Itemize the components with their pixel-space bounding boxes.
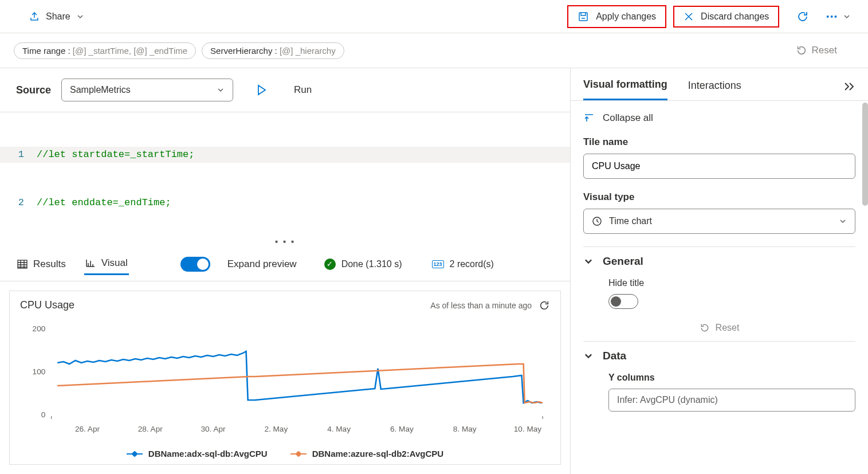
records-text: 2 record(s) xyxy=(450,259,494,269)
table-icon xyxy=(17,260,28,269)
discard-label: Discard changes xyxy=(701,11,769,22)
legend-label-a: DBName:adx-sql-db:AvgCPU xyxy=(148,449,268,459)
tab-results[interactable]: Results xyxy=(16,254,67,275)
line-chart[interactable]: 0 100 200 26. Apr 28. Apr 30. Apr 2. May… xyxy=(15,317,555,443)
source-select[interactable]: SampleMetrics xyxy=(61,79,233,101)
hide-title-label: Hide title xyxy=(608,278,855,288)
reset-label: Reset xyxy=(812,45,837,56)
chevron-down-icon xyxy=(76,13,84,21)
query-status: ✓ Done (1.310 s) xyxy=(324,258,402,270)
section-general[interactable]: General xyxy=(583,246,855,276)
svg-text:26. Apr: 26. Apr xyxy=(75,425,100,433)
legend-item[interactable]: DBName:adx-sql-db:AvgCPU xyxy=(127,449,268,459)
pill-key: ServerHierarchy : xyxy=(210,46,277,56)
clock-icon xyxy=(592,216,602,226)
collapse-all-button[interactable]: Collapse all xyxy=(583,112,855,124)
reset-icon xyxy=(796,45,807,56)
check-icon: ✓ xyxy=(324,258,336,270)
svg-text:100: 100 xyxy=(33,367,46,376)
save-icon xyxy=(578,11,589,22)
play-icon xyxy=(256,84,266,96)
svg-text:10. May: 10. May xyxy=(514,425,542,433)
refresh-icon xyxy=(796,10,809,23)
expand-pane-button[interactable] xyxy=(843,81,855,97)
ellipsis-icon: ••• xyxy=(826,12,838,21)
run-button[interactable]: Run xyxy=(256,84,312,96)
records-badge-icon: 123 xyxy=(432,260,444,268)
chart-asof: As of less than a minute ago xyxy=(430,301,532,310)
double-chevron-right-icon xyxy=(843,81,855,92)
visual-type-value: Time chart xyxy=(609,216,832,226)
pill-value: [@] _hierarchy xyxy=(280,46,336,56)
tab-visual[interactable]: Visual xyxy=(84,253,129,275)
chart-title: CPU Usage xyxy=(20,299,74,311)
discard-changes-button[interactable]: Discard changes xyxy=(673,6,779,28)
chart-refresh-button[interactable] xyxy=(539,300,550,311)
chevron-down-icon xyxy=(839,217,847,225)
svg-text:2. May: 2. May xyxy=(264,425,288,433)
pane-resize-handle[interactable]: • • • xyxy=(0,237,570,247)
chevron-down-icon xyxy=(583,256,594,267)
chart-tile: CPU Usage As of less than a minute ago 0… xyxy=(9,291,561,465)
collapse-icon xyxy=(583,113,595,123)
legend-label-b: DBName:azure-sql-db2:AvgCPU xyxy=(312,449,443,459)
legend-item[interactable]: DBName:azure-sql-db2:AvgCPU xyxy=(290,449,443,459)
legend-marker-b xyxy=(290,453,307,455)
apply-changes-button[interactable]: Apply changes xyxy=(567,5,666,28)
refresh-button[interactable] xyxy=(793,7,812,26)
share-icon xyxy=(29,11,40,22)
chevron-down-icon xyxy=(583,351,594,361)
svg-text:30. Apr: 30. Apr xyxy=(201,425,226,433)
section-reset-button[interactable]: Reset xyxy=(608,323,855,333)
chart-icon xyxy=(85,258,96,268)
ycolumns-label: Y columns xyxy=(608,373,855,383)
svg-text:8. May: 8. May xyxy=(453,425,477,433)
svg-text:6. May: 6. May xyxy=(390,425,414,433)
reset-label: Reset xyxy=(716,323,740,333)
expand-label: Expand preview xyxy=(227,258,297,270)
record-count: 123 2 record(s) xyxy=(432,259,494,269)
general-title: General xyxy=(603,255,643,268)
chevron-down-icon xyxy=(217,86,225,94)
close-icon xyxy=(684,11,694,22)
svg-text:0: 0 xyxy=(41,410,46,419)
pill-key: Time range : xyxy=(22,46,70,56)
done-text: Done (1.310 s) xyxy=(341,259,402,269)
refresh-icon xyxy=(539,300,550,311)
tile-name-input[interactable] xyxy=(583,154,855,179)
share-button[interactable]: Share xyxy=(23,7,90,26)
share-label: Share xyxy=(46,11,70,22)
visual-type-label: Visual type xyxy=(583,191,855,203)
svg-text:4. May: 4. May xyxy=(327,425,351,433)
time-range-pill[interactable]: Time range : [@] _startTime, [@] _endTim… xyxy=(14,42,196,59)
svg-text:28. Apr: 28. Apr xyxy=(138,425,163,433)
ycolumns-select[interactable]: Infer: AvgCPU (dynamic) xyxy=(608,389,855,412)
apply-label: Apply changes xyxy=(596,11,656,22)
run-label: Run xyxy=(294,84,312,96)
code-editor[interactable]: 1//let startdate=_startTime; 2//let endd… xyxy=(0,112,570,237)
visual-label: Visual xyxy=(101,257,128,269)
results-label: Results xyxy=(33,258,66,270)
chart-legend: DBName:adx-sql-db:AvgCPU DBName:azure-sq… xyxy=(15,443,555,459)
expand-preview-toggle[interactable] xyxy=(180,257,210,272)
source-label: Source xyxy=(16,84,51,96)
tab-interactions[interactable]: Interactions xyxy=(688,80,741,100)
scrollbar[interactable] xyxy=(862,103,868,206)
source-value: SampleMetrics xyxy=(70,85,131,95)
tab-visual-formatting[interactable]: Visual formatting xyxy=(583,79,667,100)
legend-marker-a xyxy=(127,453,143,455)
data-title: Data xyxy=(603,350,626,362)
svg-text:200: 200 xyxy=(33,324,46,333)
server-hierarchy-pill[interactable]: ServerHierarchy : [@] _hierarchy xyxy=(202,42,344,59)
hide-title-toggle[interactable] xyxy=(608,294,638,309)
section-data[interactable]: Data xyxy=(583,341,855,370)
more-menu-button[interactable]: ••• xyxy=(823,9,854,25)
pill-value: [@] _startTime, [@] _endTime xyxy=(73,46,187,56)
reset-filters-button[interactable]: Reset xyxy=(790,41,843,60)
svg-rect-0 xyxy=(579,13,587,21)
tile-name-label: Tile name xyxy=(583,136,855,148)
collapse-label: Collapse all xyxy=(603,112,653,124)
visual-type-select[interactable]: Time chart xyxy=(583,209,855,234)
reset-icon xyxy=(700,323,710,333)
chevron-down-icon xyxy=(843,13,851,21)
